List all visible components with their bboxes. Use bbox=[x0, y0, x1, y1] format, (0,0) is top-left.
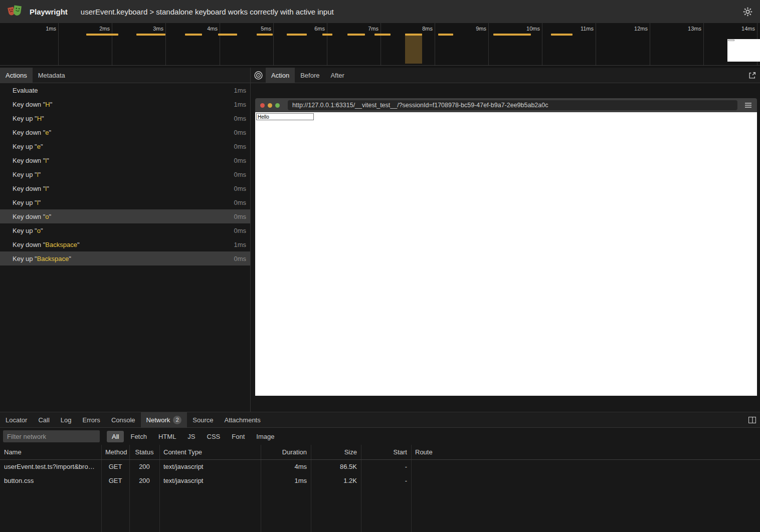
action-title: Key up "H" bbox=[13, 115, 44, 122]
gear-icon[interactable] bbox=[742, 7, 753, 17]
action-row[interactable]: Key down "H"1ms bbox=[0, 97, 250, 111]
actions-tabbar: ActionsMetadata bbox=[0, 68, 250, 83]
timeline-action-bar[interactable] bbox=[405, 34, 422, 36]
tab-after[interactable]: After bbox=[325, 68, 349, 83]
action-row[interactable]: Key up "l"0ms bbox=[0, 195, 250, 209]
tab-attachments[interactable]: Attachments bbox=[219, 412, 266, 427]
timeline-tick-label: 5ms bbox=[232, 26, 271, 32]
traffic-light-green-icon bbox=[275, 103, 280, 108]
timeline-gridline bbox=[327, 23, 327, 65]
tab-before[interactable]: Before bbox=[295, 68, 325, 83]
action-duration: 1ms bbox=[234, 101, 246, 108]
action-duration: 0ms bbox=[234, 255, 246, 262]
columns-icon[interactable] bbox=[748, 417, 756, 423]
net-header-duration[interactable]: Duration bbox=[261, 445, 311, 459]
action-row[interactable]: Key up "l"0ms bbox=[0, 167, 250, 181]
bottom-tabs: LocatorCallLogErrorsConsoleNetwork2Sourc… bbox=[0, 412, 266, 427]
timeline-tick-label: 12ms bbox=[609, 26, 648, 32]
action-key: o bbox=[37, 227, 41, 234]
timeline-action-bar[interactable] bbox=[136, 34, 165, 36]
action-row[interactable]: Key up "H"0ms bbox=[0, 111, 250, 125]
timeline-action-bar[interactable] bbox=[322, 34, 332, 36]
timeline-gridline bbox=[112, 23, 112, 65]
net-header-name[interactable]: Name bbox=[0, 445, 101, 459]
tab-network[interactable]: Network2 bbox=[141, 412, 187, 427]
action-row[interactable]: Evaluate1ms bbox=[0, 83, 250, 97]
timeline-tick-label: 13ms bbox=[662, 26, 701, 32]
tab-source[interactable]: Source bbox=[187, 412, 219, 427]
action-row[interactable]: Key down "l"0ms bbox=[0, 181, 250, 195]
filter-chip-fetch[interactable]: Fetch bbox=[125, 431, 152, 442]
timeline-action-bar[interactable] bbox=[347, 34, 365, 36]
tab-action[interactable]: Action bbox=[266, 68, 295, 83]
action-row[interactable]: Key down "l"0ms bbox=[0, 153, 250, 167]
tab-log[interactable]: Log bbox=[55, 412, 77, 427]
timeline-action-bar[interactable] bbox=[374, 34, 391, 36]
timeline-action-bar[interactable] bbox=[86, 34, 118, 36]
action-row[interactable]: Key down "e"0ms bbox=[0, 125, 250, 139]
network-request-row[interactable]: button.cssGET200text/javascript1ms1.2K- bbox=[0, 474, 760, 488]
net-header-route[interactable]: Route bbox=[411, 445, 760, 459]
action-title: Evaluate bbox=[13, 87, 38, 94]
filter-chip-all[interactable]: All bbox=[107, 431, 124, 442]
net-header-size[interactable]: Size bbox=[311, 445, 361, 459]
timeline-action-bar[interactable] bbox=[493, 34, 531, 36]
timeline-tick-label: 6ms bbox=[286, 26, 325, 32]
action-row[interactable]: Key down "Backspace"1ms bbox=[0, 237, 250, 251]
timeline-action-bar[interactable] bbox=[257, 34, 273, 36]
net-cell-start: - bbox=[361, 474, 411, 488]
popout-icon[interactable] bbox=[748, 72, 756, 79]
action-row[interactable]: Key up "Backspace"0ms bbox=[0, 251, 250, 265]
filter-chip-js[interactable]: JS bbox=[182, 431, 200, 442]
net-cell-route bbox=[411, 474, 760, 488]
filter-chip-html[interactable]: HTML bbox=[153, 431, 181, 442]
net-header-status[interactable]: Status bbox=[129, 445, 159, 459]
net-header-method[interactable]: Method bbox=[101, 445, 129, 459]
action-list: Evaluate1msKey down "H"1msKey up "H"0msK… bbox=[0, 83, 250, 412]
action-row[interactable]: Key down "o"0ms bbox=[0, 209, 250, 223]
timeline-action-bar[interactable] bbox=[287, 34, 307, 36]
timeline-grid: 1ms2ms3ms4ms5ms6ms7ms8ms9ms10ms11ms12ms1… bbox=[0, 23, 760, 65]
net-cell-start: - bbox=[361, 460, 411, 474]
tab-actions[interactable]: Actions bbox=[0, 68, 33, 83]
tab-call[interactable]: Call bbox=[33, 412, 55, 427]
timeline-tick-label: 10ms bbox=[501, 26, 540, 32]
net-cell-content-type: text/javascript bbox=[159, 474, 261, 488]
tab-metadata[interactable]: Metadata bbox=[33, 68, 71, 83]
filter-chip-image[interactable]: Image bbox=[251, 431, 279, 442]
timeline-tick-label: 3ms bbox=[124, 26, 163, 32]
timeline-gridline bbox=[703, 23, 704, 65]
net-cell-size: 86.5K bbox=[311, 460, 361, 474]
target-icon[interactable] bbox=[251, 68, 266, 83]
timeline-action-bar[interactable] bbox=[185, 34, 202, 36]
action-key: l bbox=[45, 185, 47, 192]
net-header-content-type[interactable]: Content Type bbox=[159, 445, 261, 459]
network-request-row[interactable]: userEvent.test.ts?import&bro…GET200text/… bbox=[0, 460, 760, 474]
filter-chip-font[interactable]: Font bbox=[227, 431, 250, 442]
tab-locator[interactable]: Locator bbox=[0, 412, 33, 427]
action-row[interactable]: Key up "o"0ms bbox=[0, 223, 250, 237]
network-filter-row: AllFetchHTMLJSCSSFontImage bbox=[0, 428, 760, 445]
action-title: Key down "o" bbox=[13, 213, 51, 220]
tab-console[interactable]: Console bbox=[106, 412, 141, 427]
timeline-action-bar[interactable] bbox=[551, 34, 573, 36]
timeline-action-bar[interactable] bbox=[218, 34, 237, 36]
snapshot-area: http://127.0.0.1:63315/__vitest_test__/?… bbox=[251, 83, 760, 412]
net-header-start[interactable]: Start bbox=[361, 445, 411, 459]
action-title: Key down "e" bbox=[13, 129, 51, 136]
snapshot-page bbox=[255, 112, 757, 396]
page-text-input[interactable] bbox=[256, 113, 314, 120]
timeline-gridline bbox=[273, 23, 274, 65]
action-title: Key up "e" bbox=[13, 143, 43, 150]
tab-errors[interactable]: Errors bbox=[77, 412, 105, 427]
action-row[interactable]: Key up "e"0ms bbox=[0, 139, 250, 153]
topbar: Playwright userEvent.keyboard > standalo… bbox=[0, 0, 760, 23]
actions-panel: ActionsMetadata Evaluate1msKey down "H"1… bbox=[0, 68, 251, 412]
filter-chip-css[interactable]: CSS bbox=[202, 431, 226, 442]
network-filter-input[interactable] bbox=[3, 430, 100, 442]
timeline[interactable]: 1ms2ms3ms4ms5ms6ms7ms8ms9ms10ms11ms12ms1… bbox=[0, 23, 760, 66]
net-cell-content-type: text/javascript bbox=[159, 460, 261, 474]
timeline-action-bar[interactable] bbox=[438, 34, 453, 36]
timeline-tick-label: 14ms bbox=[716, 26, 755, 32]
action-key: H bbox=[37, 115, 42, 122]
